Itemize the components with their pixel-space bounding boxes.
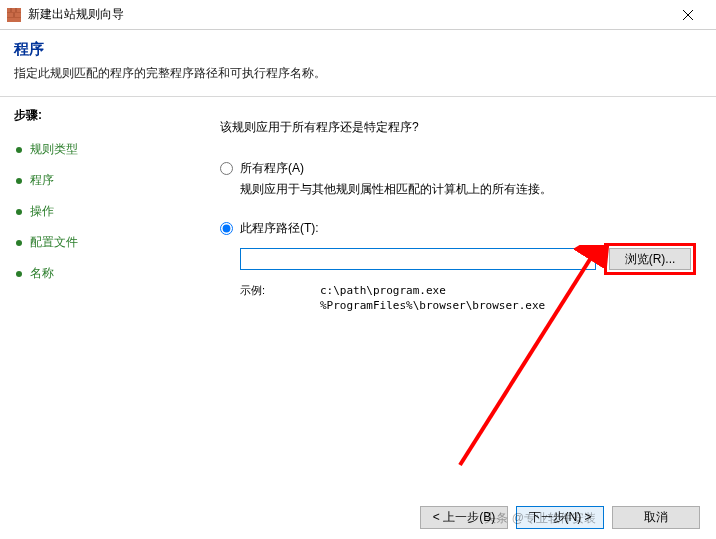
bullet-icon bbox=[16, 178, 22, 184]
step-profile[interactable]: 配置文件 bbox=[14, 227, 176, 258]
bullet-icon bbox=[16, 147, 22, 153]
example-paths: c:\path\program.exe %ProgramFiles%\brows… bbox=[320, 283, 545, 314]
steps-list: 规则类型 程序 操作 配置文件 名称 bbox=[14, 134, 176, 289]
window-title: 新建出站规则向导 bbox=[28, 6, 666, 23]
cancel-button[interactable]: 取消 bbox=[612, 506, 700, 529]
example-section: 示例: c:\path\program.exe %ProgramFiles%\b… bbox=[240, 283, 696, 314]
program-radio-group: 所有程序(A) 规则应用于与其他规则属性相匹配的计算机上的所有连接。 此程序路径… bbox=[220, 160, 696, 314]
step-label: 配置文件 bbox=[30, 234, 78, 251]
page-description: 指定此规则匹配的程序的完整程序路径和可执行程序名称。 bbox=[14, 65, 702, 82]
step-action[interactable]: 操作 bbox=[14, 196, 176, 227]
steps-sidebar: 步骤: 规则类型 程序 操作 配置文件 名称 bbox=[0, 97, 190, 477]
program-path-input[interactable] bbox=[240, 248, 596, 270]
radio-this-program-label[interactable]: 此程序路径(T): bbox=[240, 220, 319, 237]
step-label: 规则类型 bbox=[30, 141, 78, 158]
steps-heading: 步骤: bbox=[14, 107, 176, 124]
browse-highlight: 浏览(R)... bbox=[604, 243, 696, 275]
wizard-body: 步骤: 规则类型 程序 操作 配置文件 名称 该规则应用于所有程序还是特定程序?… bbox=[0, 97, 716, 477]
firewall-icon bbox=[6, 7, 22, 23]
close-icon bbox=[683, 10, 693, 20]
bullet-icon bbox=[16, 271, 22, 277]
step-rule-type[interactable]: 规则类型 bbox=[14, 134, 176, 165]
wizard-footer: < 上一步(B) 下一步(N) > 取消 bbox=[420, 506, 700, 529]
radio-all-programs[interactable] bbox=[220, 162, 233, 175]
back-button[interactable]: < 上一步(B) bbox=[420, 506, 508, 529]
radio-all-programs-row: 所有程序(A) bbox=[220, 160, 696, 177]
bullet-icon bbox=[16, 240, 22, 246]
step-name[interactable]: 名称 bbox=[14, 258, 176, 289]
radio-all-programs-label[interactable]: 所有程序(A) bbox=[240, 160, 304, 177]
svg-rect-3 bbox=[7, 18, 21, 22]
radio-this-program-row: 此程序路径(T): bbox=[220, 220, 696, 237]
wizard-content: 该规则应用于所有程序还是特定程序? 所有程序(A) 规则应用于与其他规则属性相匹… bbox=[190, 97, 716, 477]
wizard-header: 程序 指定此规则匹配的程序的完整程序路径和可执行程序名称。 bbox=[0, 30, 716, 96]
example-label: 示例: bbox=[240, 283, 280, 314]
program-path-row: 浏览(R)... bbox=[240, 243, 696, 275]
svg-rect-1 bbox=[7, 8, 21, 12]
radio-this-program[interactable] bbox=[220, 222, 233, 235]
close-button[interactable] bbox=[666, 0, 710, 30]
radio-all-programs-description: 规则应用于与其他规则属性相匹配的计算机上的所有连接。 bbox=[240, 181, 696, 198]
browse-button[interactable]: 浏览(R)... bbox=[609, 248, 691, 270]
step-label: 程序 bbox=[30, 172, 54, 189]
page-title: 程序 bbox=[14, 40, 702, 59]
step-label: 名称 bbox=[30, 265, 54, 282]
step-label: 操作 bbox=[30, 203, 54, 220]
bullet-icon bbox=[16, 209, 22, 215]
titlebar: 新建出站规则向导 bbox=[0, 0, 716, 30]
next-button[interactable]: 下一步(N) > bbox=[516, 506, 604, 529]
step-program[interactable]: 程序 bbox=[14, 165, 176, 196]
content-question: 该规则应用于所有程序还是特定程序? bbox=[220, 119, 696, 136]
